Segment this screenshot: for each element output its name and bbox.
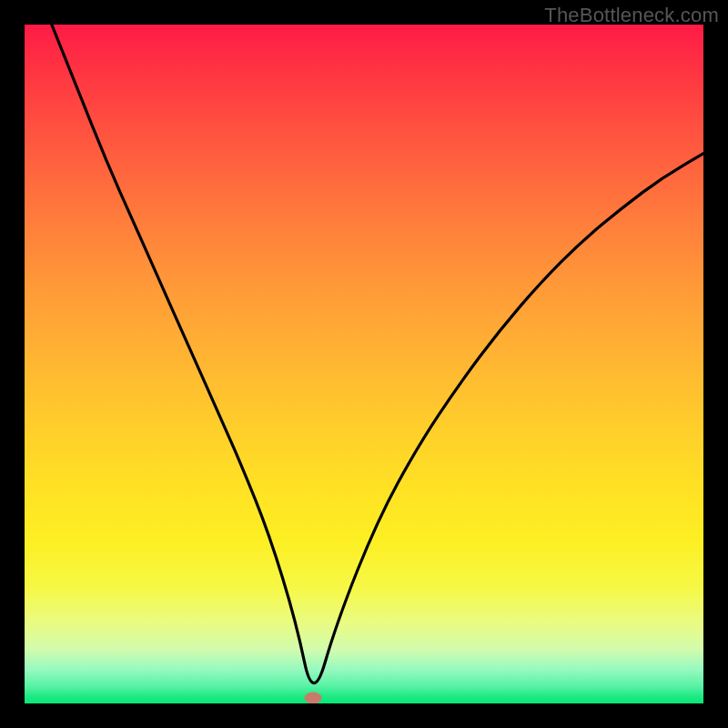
bottleneck-curve xyxy=(25,25,703,703)
watermark-text: TheBottleneck.com xyxy=(544,4,719,27)
chart-frame: TheBottleneck.com xyxy=(0,0,728,728)
optimal-point-marker xyxy=(305,693,322,703)
plot-area xyxy=(25,25,703,703)
